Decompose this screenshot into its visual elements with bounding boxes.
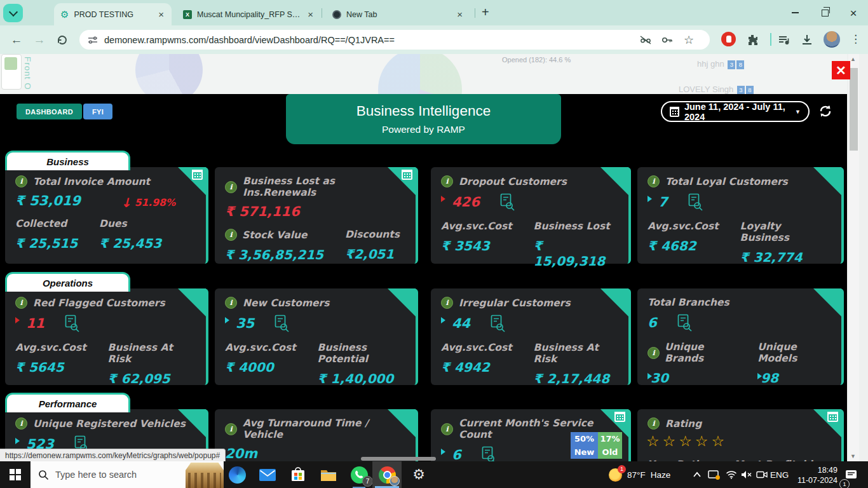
rating-stars[interactable]: ☆☆☆☆☆ <box>637 430 841 449</box>
address-bar[interactable]: demonew.rampwms.com/dashboard/viewDashbo… <box>79 30 710 50</box>
bi-dashboard-modal: DASHBOARD FYI Business Intelligence Powe… <box>0 94 847 461</box>
bookmark-star-icon[interactable]: ☆ <box>681 32 697 48</box>
window-minimize-button[interactable] <box>780 0 810 25</box>
taskbar-mail[interactable] <box>253 461 282 488</box>
url-text[interactable]: demonew.rampwms.com/dashboard/viewDashbo… <box>104 35 395 45</box>
window-close-button[interactable]: × <box>839 0 868 25</box>
taskbar-edge[interactable] <box>222 461 252 488</box>
tab-close-icon[interactable]: × <box>456 10 464 19</box>
date: 11-07-2024 <box>792 475 837 485</box>
drilldown-report-icon[interactable] <box>64 315 79 332</box>
tray-language[interactable]: ENG <box>770 461 789 488</box>
tray-cast[interactable] <box>708 461 720 488</box>
info-icon[interactable]: i <box>225 181 237 193</box>
adblock-extension-icon[interactable] <box>721 32 736 46</box>
tray-wifi[interactable] <box>726 461 737 488</box>
date-range-text: June 11, 2024 - July 11, 2024 <box>684 102 789 122</box>
tab-search-button[interactable] <box>3 4 23 22</box>
info-icon[interactable]: i <box>441 423 453 435</box>
drilldown-report-icon[interactable] <box>687 193 703 211</box>
date-range-picker[interactable]: June 11, 2024 - July 11, 2024 ▼ <box>661 101 810 122</box>
dashboard-tab-button[interactable]: DASHBOARD <box>17 104 82 119</box>
window-restore-button[interactable] <box>810 0 839 25</box>
tab-favicon-browser <box>332 10 341 19</box>
browser-menu-icon[interactable]: ⋮ <box>850 32 861 46</box>
info-icon[interactable]: i <box>648 347 660 359</box>
scrollbar[interactable]: ▲ ▼ <box>847 54 868 461</box>
sub-metric-label: Avg.svc.Cost <box>441 342 512 353</box>
hand-icon <box>726 36 731 43</box>
info-icon[interactable]: i <box>15 417 27 430</box>
calendar-icon[interactable] <box>614 412 625 422</box>
password-key-icon[interactable] <box>659 32 675 48</box>
new-tab-button[interactable]: + <box>482 5 489 20</box>
reading-mode-icon[interactable] <box>637 32 654 48</box>
site-settings-icon[interactable] <box>88 35 98 45</box>
tray-chevron[interactable] <box>693 461 702 488</box>
calendar-icon[interactable] <box>827 412 838 422</box>
info-icon[interactable]: i <box>225 229 237 241</box>
tray-notifications[interactable]: 1 <box>845 461 868 488</box>
drilldown-report-icon[interactable] <box>499 193 515 211</box>
scrollbar-thumb[interactable] <box>850 68 858 151</box>
calendar-icon[interactable] <box>192 170 203 180</box>
scroll-up-icon[interactable]: ▲ <box>850 56 856 62</box>
info-icon[interactable]: i <box>441 175 453 187</box>
info-icon[interactable]: i <box>648 175 660 187</box>
tab-close-icon[interactable]: × <box>306 10 315 19</box>
card-irregular-customers: iIrregular Customers44Avg.svc.Cost₹ 4942… <box>431 288 631 385</box>
caret-down-icon: ▼ <box>795 109 801 115</box>
info-icon[interactable]: i <box>15 297 27 309</box>
browser-tab-new-tab[interactable]: New Tab× <box>326 3 470 25</box>
front-office-app-icon <box>1 54 22 90</box>
horizontal-scrollbar-thumb[interactable] <box>361 457 436 461</box>
weather-widget[interactable]: 1 87°F Haze <box>609 461 670 488</box>
taskbar-file-explorer[interactable] <box>314 461 343 488</box>
drilldown-report-icon[interactable] <box>676 314 692 332</box>
tab-close-icon[interactable]: × <box>157 10 165 19</box>
info-icon[interactable]: i <box>15 175 27 187</box>
sub-metric-value: ₹2,051 <box>345 247 400 262</box>
tray-clock[interactable]: 18:49 11-07-2024 <box>792 461 837 488</box>
card-value-row: ₹ 53,019 <box>5 187 206 208</box>
downloads-icon[interactable] <box>799 32 815 48</box>
taskbar-store[interactable] <box>283 461 313 488</box>
edge-icon <box>229 466 246 484</box>
forward-button[interactable]: → <box>32 32 47 48</box>
extensions-puzzle-icon[interactable] <box>745 32 760 48</box>
calendar-icon[interactable] <box>402 170 412 180</box>
scroll-down-icon[interactable]: ▼ <box>850 453 856 459</box>
profile-avatar[interactable] <box>824 31 840 48</box>
modal-close-button[interactable]: ✕ <box>832 61 850 79</box>
taskbar-chrome-active[interactable] <box>372 461 402 488</box>
fyi-tab-button[interactable]: FYI <box>83 104 112 119</box>
info-icon[interactable]: i <box>225 297 237 309</box>
media-playlist-icon[interactable] <box>776 32 792 48</box>
browser-tab-muscat-muncipality-rfp-scope[interactable]: XMuscat Muncipality_RFP Scope_× <box>177 3 321 25</box>
taskbar-whatsapp[interactable]: 7 <box>344 461 374 488</box>
refresh-button[interactable] <box>818 104 832 118</box>
info-icon[interactable]: i <box>648 417 660 430</box>
background-row: LOVELY Singh 38 <box>679 85 754 94</box>
restore-icon <box>822 10 829 17</box>
drilldown-report-icon[interactable] <box>489 315 505 332</box>
tray-volume-muted[interactable] <box>741 461 752 488</box>
tray-meet-now[interactable] <box>756 461 768 488</box>
card-corner-fold <box>388 288 416 316</box>
sub-metric-collected: Collected₹ 25,515 <box>15 218 78 251</box>
start-button[interactable] <box>0 461 31 488</box>
info-icon[interactable]: i <box>441 297 453 309</box>
reload-button[interactable] <box>55 32 70 48</box>
back-button[interactable]: ← <box>9 32 24 48</box>
sub-metric-dues: Dues₹ 25,453 <box>99 218 161 251</box>
drilldown-report-icon[interactable] <box>480 446 496 461</box>
card-avg-turnaround-time-vehicle: iAvg Turnaround Time / Vehicle20mAvg Job… <box>215 409 418 461</box>
mail-icon <box>259 469 276 481</box>
sub-metric-avg-svc-cost: Avg.svc.Cost₹ 5645 <box>15 342 86 386</box>
taskbar-settings[interactable]: ⚙ <box>404 461 433 488</box>
drilldown-report-icon[interactable] <box>273 315 289 332</box>
search-highlight-image[interactable] <box>186 463 224 488</box>
info-icon[interactable]: i <box>225 423 237 435</box>
browser-tab-prod-testing[interactable]: ⚙PROD TESTING× <box>54 3 172 25</box>
sub-metric-loyalty-business: Loyalty Business₹ 32,774 <box>740 220 831 265</box>
